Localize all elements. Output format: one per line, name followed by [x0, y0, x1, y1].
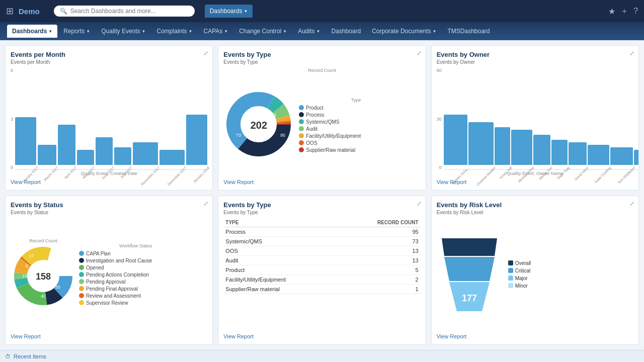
view-report-type-table[interactable]: View Report — [223, 330, 420, 339]
bar — [159, 150, 185, 165]
add-icon[interactable]: ＋ — [620, 6, 628, 17]
owner-bar — [495, 127, 510, 165]
supplier-color — [299, 147, 304, 152]
count-cell: 73 — [339, 237, 420, 246]
view-report-risk[interactable]: View Report — [437, 330, 633, 339]
nav-complaints[interactable]: Complaints ▼ — [152, 25, 198, 38]
funnel-area: 177 Overall Critical Major Min — [437, 218, 633, 330]
expand-icon[interactable]: ⤢ — [417, 50, 422, 57]
search-bar[interactable]: 🔍 — [54, 6, 195, 17]
status-legend: Workflow Status CAPA Plan Investigation … — [79, 243, 152, 306]
view-report-owner[interactable]: View Report — [437, 176, 633, 185]
owner-bar-column: Bastian Scha... — [444, 115, 467, 169]
nav-dashboards[interactable]: Dashboards ▼ — [7, 25, 57, 38]
svg-text:95: 95 — [280, 133, 285, 138]
nav-bar: Dashboards ▼ Reports ▼ Quality Events ▼ … — [0, 22, 644, 40]
table-row: Systemic/QMS 73 — [223, 237, 420, 246]
bar — [186, 115, 207, 165]
card-events-by-risk: ⤢ Events by Risk Level Events by Risk Le… — [431, 196, 639, 345]
process-color — [299, 112, 304, 117]
chevron-down-icon: ▼ — [142, 29, 146, 34]
nav-audits[interactable]: Audits ▼ — [293, 25, 325, 38]
nav-quality-events[interactable]: Quality Events ▼ — [96, 25, 150, 38]
type-cell: Supplier/Raw material — [223, 285, 339, 294]
card-subtitle: Events per Month — [11, 59, 207, 65]
search-input[interactable] — [70, 8, 189, 15]
status-total: 158 — [36, 271, 51, 282]
expand-icon[interactable]: ⤢ — [629, 200, 634, 207]
expand-icon[interactable]: ⤢ — [629, 50, 634, 57]
clock-icon: ⏱ — [5, 353, 11, 359]
bar-column: January 2018 — [186, 115, 207, 169]
nav-tms-dashboard[interactable]: TMSDashboard — [443, 25, 495, 38]
col-type: TYPE — [223, 218, 339, 227]
top-bar: ⊞ Demo 🔍 Dashboards ▼ ★ ＋ ? — [0, 0, 644, 22]
app-grid-icon[interactable]: ⊞ — [6, 6, 14, 17]
owner-bar-column: Melvin You — [533, 135, 550, 169]
legend-pending-final: Pending Final Approval — [79, 286, 152, 292]
chevron-down-icon: ▼ — [224, 29, 228, 34]
svg-text:17: 17 — [29, 253, 34, 258]
nav-reports[interactable]: Reports ▼ — [58, 25, 95, 38]
bar-column: April 2017 — [58, 125, 75, 169]
owner-bar-column: Chelsea Maiden — [468, 122, 494, 169]
svg-marker-26 — [442, 238, 497, 256]
nav-corporate-docs[interactable]: Corporate Documents ▼ — [367, 25, 441, 38]
bar — [133, 142, 158, 165]
view-report-type-donut[interactable]: View Report — [223, 176, 420, 185]
bar — [96, 137, 113, 165]
help-icon[interactable]: ? — [633, 7, 638, 16]
bar-column: January 2017 — [15, 117, 36, 169]
legend-capa-plan: CAPA Plan — [79, 251, 152, 256]
record-count-label: Record Count — [11, 238, 76, 243]
oos-color — [299, 140, 304, 145]
type-cell: Audit — [223, 256, 339, 265]
bar-column: November 2017 — [133, 142, 158, 169]
expand-icon[interactable]: ⤢ — [417, 200, 422, 207]
legend-systemic: Systemic/QMS — [299, 119, 361, 125]
legend-facility: Facility/Utility/Equipment — [299, 133, 361, 139]
card-title: Events by Type — [223, 201, 420, 209]
bar-column: July 2017 — [114, 147, 131, 169]
chevron-down-icon: ▼ — [433, 29, 437, 34]
owner-bar — [588, 145, 609, 165]
card-subtitle: Events by Type — [223, 59, 420, 65]
bar — [15, 117, 36, 165]
legend-opened: Opened — [79, 265, 152, 270]
expand-icon[interactable]: ⤢ — [203, 50, 208, 57]
card-subtitle: Events by Owner — [437, 59, 633, 65]
table-row: Supplier/Raw material 1 — [223, 285, 420, 294]
legend-pending-approval: Pending Approval — [79, 279, 152, 285]
bottom-bar[interactable]: ⏱ Recent Items — [0, 350, 644, 362]
nav-capas[interactable]: CAPAs ▼ — [198, 25, 233, 38]
chevron-down-icon: ▼ — [316, 29, 320, 34]
table-row: OOS 13 — [223, 246, 420, 256]
dashboard-grid: ⤢ Events per Month Events per Month 6 3 … — [0, 40, 644, 350]
svg-text:19: 19 — [59, 265, 64, 270]
nav-dashboard[interactable]: Dashboard — [326, 25, 366, 38]
nav-change-control[interactable]: Change Control ▼ — [234, 25, 292, 38]
legend-process: Process — [299, 112, 361, 118]
donut-total: 202 — [251, 119, 267, 131]
svg-text:8: 8 — [25, 263, 28, 268]
status-donut: Record Count 27 19 40 10 8 — [11, 238, 76, 310]
view-report-status[interactable]: View Report — [11, 330, 207, 339]
bar — [77, 150, 94, 165]
systemic-color — [299, 119, 304, 124]
card-subtitle: Events by Status — [11, 210, 207, 215]
favorites-icon[interactable]: ★ — [608, 7, 615, 16]
svg-text:40: 40 — [41, 294, 46, 299]
chevron-down-icon: ▼ — [48, 29, 52, 34]
count-cell: 95 — [339, 227, 420, 237]
svg-marker-27 — [444, 257, 495, 281]
expand-icon[interactable]: ⤢ — [203, 200, 208, 207]
legend-product: Product — [299, 105, 361, 111]
owner-bar — [610, 147, 633, 165]
svg-text:73: 73 — [236, 133, 241, 138]
chevron-down-icon: ▼ — [86, 29, 90, 34]
type-cell: Systemic/QMS — [223, 237, 339, 246]
legend-overall: Overall — [508, 260, 531, 266]
owner-bar-column: Joe Goodman — [634, 150, 639, 169]
tab-dashboards[interactable]: Dashboards ▼ — [205, 5, 253, 18]
bar — [38, 145, 56, 165]
